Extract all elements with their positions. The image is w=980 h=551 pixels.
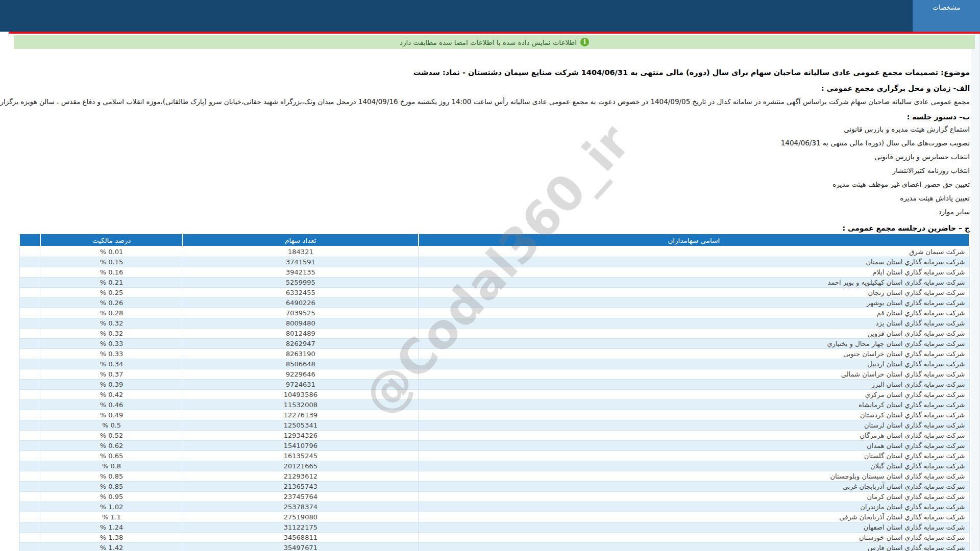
tab-specifications[interactable]: مشخصات [913,0,980,32]
column-header-share-count: تعداد سهام [183,234,419,246]
ownership-percent-cell: % 0.15 [40,257,183,267]
agenda-item: استماع گزارش هیئت مدیره و بازرس قانونی [19,124,970,134]
table-row: شرکت سرمایه گذاري استان خوزستان34568811%… [19,532,969,542]
ownership-percent-cell: % 0.49 [40,410,183,420]
share-count-cell: 6490226 [183,297,419,308]
index-cell [19,410,40,420]
section-c-title: ج – حاضرین درجلسه مجمع عمومی : [19,223,970,233]
share-count-cell: 27519080 [183,512,419,522]
share-count-cell: 11532008 [183,399,419,410]
table-row: شرکت سرمایه گذاري استان آذربایجان شرقی27… [19,512,969,522]
index-cell [19,328,40,338]
table-row: شرکت سرمایه گذاري استان هرمزگان12934326%… [19,430,969,440]
share-count-cell: 184321 [183,246,419,257]
shareholder-name-cell: شرکت سیمان شرق [419,246,969,257]
attendees-table-body: شرکت سیمان شرق184321% 0.01شرکت سرمایه گذ… [19,246,969,551]
shareholder-name-cell: شرکت سرمایه گذاري استان یزد [419,318,969,328]
ownership-percent-cell: % 1.02 [40,502,183,512]
ownership-percent-cell: % 0.33 [40,348,183,359]
agenda-item: سایر موارد [19,207,970,216]
table-row: شرکت سرمایه گذاري استان بوشهر6490226% 0.… [19,297,969,308]
ownership-percent-cell: % 0.39 [40,379,183,389]
table-row: شرکت سرمایه گذاري استان سیستان وبلوچستان… [19,471,969,481]
shareholder-name-cell: شرکت سرمایه گذاري استان مرکزي [419,389,969,399]
share-count-cell: 3942135 [183,267,419,277]
shareholder-name-cell: شرکت سرمایه گذاري استان فارس [419,542,969,551]
share-count-cell: 34568811 [183,532,419,542]
document-body: موضوع: تصمیمات مجمع عمومی عادی سالیانه ص… [14,67,975,551]
agenda-list: استماع گزارش هیئت مدیره و بازرس قانونیتص… [19,124,970,216]
index-cell [19,481,40,491]
share-count-cell: 25378374 [183,502,419,512]
index-cell [19,450,40,461]
shareholder-name-cell: شرکت سرمایه گذاري استان بوشهر [419,297,969,308]
shareholder-name-cell: شرکت سرمایه گذاري استان چهار محال و بختی… [419,338,969,348]
table-row: شرکت سرمایه گذاري استان لرستان12505341% … [19,420,969,430]
index-cell [19,379,40,389]
ownership-percent-cell: % 0.28 [40,308,183,318]
index-cell [19,257,40,267]
share-count-cell: 12276139 [183,410,419,420]
shareholder-name-cell: شرکت سرمایه گذاري استان کهکیلویه و بویر … [419,277,969,287]
column-header-ownership-percent: درصد مالکیت [40,234,183,246]
index-cell [19,318,40,328]
table-row: شرکت سرمایه گذاري استان اردبیل8506648% 0… [19,359,969,369]
table-row: شرکت سرمایه گذاري استان فارس35497671% 1.… [19,542,969,551]
table-row: شرکت سرمایه گذاري استان ایلام3942135% 0.… [19,267,969,277]
table-row: شرکت سرمایه گذاري استان قزوین8012489% 0.… [19,328,969,338]
table-row: شرکت سرمایه گذاري استان همدان15410796% 0… [19,440,969,450]
ownership-percent-cell: % 0.37 [40,369,183,379]
agenda-item: تصویب صورت‌های مالی سال (دوره) مالی منته… [19,138,970,147]
share-count-cell: 8012489 [183,328,419,338]
ownership-percent-cell: % 0.26 [40,297,183,308]
index-cell [19,542,40,551]
ownership-percent-cell: % 0.34 [40,359,183,369]
index-cell [19,502,40,512]
attendees-table-header-row: اسامی سهامداران تعداد سهام درصد مالکیت [19,234,969,246]
share-count-cell: 7039525 [183,308,419,318]
index-cell [19,369,40,379]
shareholder-name-cell: شرکت سرمایه گذاري استان کرمانشاه [419,399,969,410]
share-count-cell: 12934326 [183,430,419,440]
table-row: شرکت سرمایه گذاري استان خراسان جنوبی8263… [19,348,969,359]
index-cell [19,461,40,471]
shareholder-name-cell: شرکت سرمایه گذاري استان قم [419,308,969,318]
shareholder-name-cell: شرکت سرمایه گذاري استان آذربایجان غربی [419,481,969,491]
ownership-percent-cell: % 0.95 [40,491,183,502]
table-row: شرکت سرمایه گذاري استان البرز9724631% 0.… [19,379,969,389]
index-cell [19,287,40,297]
index-cell [19,522,40,532]
table-row: شرکت سرمایه گذاري استان گیلان20121665% 0… [19,461,969,471]
share-count-cell: 3741591 [183,257,419,267]
table-row: شرکت سرمایه گذاري استان چهار محال و بختی… [19,338,969,348]
share-count-cell: 8009480 [183,318,419,328]
index-cell [19,512,40,522]
index-cell [19,389,40,399]
shareholder-name-cell: شرکت سرمایه گذاري استان خراسان شمالی [419,369,969,379]
share-count-cell: 8263190 [183,348,419,359]
shareholder-name-cell: شرکت سرمایه گذاري استان لرستان [419,420,969,430]
ownership-percent-cell: % 0.85 [40,471,183,481]
index-cell [19,297,40,308]
index-cell [19,277,40,287]
share-count-cell: 10493586 [183,389,419,399]
report-subject: موضوع: تصمیمات مجمع عمومی عادی سالیانه ص… [19,67,970,78]
share-count-cell: 31122175 [183,522,419,532]
index-cell [19,308,40,318]
shareholder-name-cell: شرکت سرمایه گذاري استان همدان [419,440,969,450]
shareholder-name-cell: شرکت سرمایه گذاري استان خوزستان [419,532,969,542]
section-a-body: مجمع عمومی عادی سالیانه صاحبان سهام شرکت… [19,97,970,107]
index-cell [19,338,40,348]
ownership-percent-cell: % 0.46 [40,399,183,410]
section-a-title: الف- زمان و محل برگزاری مجمع عمومی : [19,84,970,93]
index-cell [19,267,40,277]
column-header-shareholder-names: اسامی سهامداران [419,234,969,246]
share-count-cell: 23745764 [183,491,419,502]
index-cell [19,440,40,450]
shareholder-name-cell: شرکت سرمایه گذاري استان آذربایجان شرقی [419,512,969,522]
index-cell [19,532,40,542]
shareholder-name-cell: شرکت سرمایه گذاري استان گیلان [419,461,969,471]
share-count-cell: 21293612 [183,471,419,481]
attendees-table: اسامی سهامداران تعداد سهام درصد مالکیت ش… [19,233,970,551]
index-cell [19,471,40,481]
